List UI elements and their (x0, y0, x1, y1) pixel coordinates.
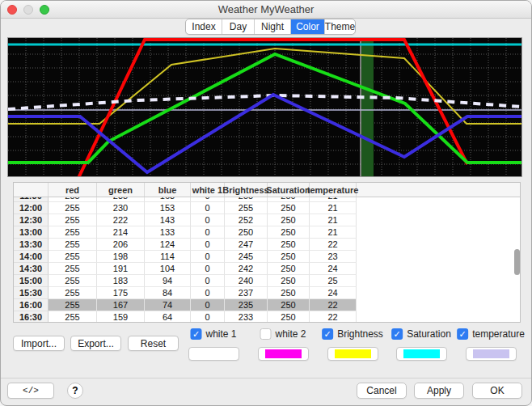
table-row[interactable]: 12:30255222143025225021 (14, 214, 357, 226)
table-cell: 242 (225, 263, 268, 275)
tab-theme[interactable]: Theme (325, 19, 355, 34)
temperature-checkbox[interactable]: ✓ (457, 328, 468, 340)
column-header-red[interactable]: red (49, 183, 97, 197)
tab-day[interactable]: Day (222, 19, 255, 34)
apply-button[interactable]: Apply (414, 383, 464, 399)
table-row[interactable]: 13:00255214133025025021 (14, 226, 357, 239)
table-cell: 0 (191, 311, 225, 323)
tab-index[interactable]: Index (186, 19, 222, 34)
table-cell: 0 (191, 287, 225, 299)
table-row[interactable]: 16:0025516774023525022 (14, 299, 357, 311)
row-value: 255 (65, 276, 79, 285)
white-2-color-swatch[interactable] (258, 347, 309, 361)
saturation-color-fill (403, 349, 440, 358)
table-cell: 22 (310, 239, 357, 251)
row-value: 21 (327, 197, 337, 201)
table-cell: 84 (145, 287, 191, 299)
column-header-white-1[interactable]: white 1 (191, 183, 225, 197)
row-value: 250 (281, 300, 295, 310)
help-button[interactable]: ? (67, 383, 83, 399)
import-button[interactable]: Import... (13, 336, 65, 351)
table-cell: 13:00 (14, 226, 49, 239)
table-cell: 13:30 (14, 239, 49, 251)
row-value: 250 (239, 227, 253, 237)
brightness-checkbox[interactable]: ✓ (322, 328, 333, 340)
row-value: 255 (65, 252, 79, 261)
table-cell: 191 (97, 263, 145, 275)
table-cell: 198 (97, 251, 145, 263)
row-value: 235 (239, 300, 253, 310)
ok-button[interactable]: OK (472, 383, 522, 399)
white-2-checkbox[interactable] (260, 328, 271, 340)
row-value: 0 (205, 288, 209, 298)
row-value: 247 (239, 239, 253, 249)
row-value: 255 (65, 300, 79, 310)
temperature-color-swatch[interactable] (466, 347, 517, 361)
row-value: 250 (281, 312, 295, 322)
white-2-label: white 2 (275, 328, 306, 340)
row-value: 240 (239, 276, 253, 285)
reset-button[interactable]: Reset (128, 336, 179, 351)
column-header-brightness[interactable]: Brightness (225, 183, 268, 197)
current-time-band (361, 38, 374, 176)
table-row[interactable]: 15:0025518394024025025 (14, 275, 357, 287)
tab-night[interactable]: Night (255, 19, 291, 34)
table-cell: 0 (191, 214, 225, 226)
color-curves-chart[interactable] (7, 37, 522, 177)
white-1-color-swatch[interactable] (188, 347, 239, 361)
window-title: Weather MyWeather (1, 3, 531, 15)
row-value: 0 (205, 264, 209, 273)
table-row[interactable]: 13:30255206124024725022 (14, 239, 357, 251)
table-cell: 25 (310, 275, 357, 287)
table-row[interactable]: 14:00255198114024525023 (14, 251, 357, 263)
tab-bar: IndexDayNightColorTheme (185, 19, 356, 35)
table-row[interactable]: 16:3025515964023325022 (14, 311, 357, 323)
row-value: 0 (205, 300, 209, 310)
table-cell: 250 (268, 263, 310, 275)
column-header-time[interactable] (14, 183, 49, 197)
row-time: 12:30 (19, 215, 42, 225)
table-cell: 235 (225, 299, 268, 311)
row-value: 250 (281, 264, 295, 273)
source-code-button[interactable]: </> (7, 383, 54, 399)
table-cell: 250 (268, 202, 310, 214)
table-cell: 22 (310, 299, 357, 311)
table-cell: 250 (268, 311, 310, 323)
row-value: 245 (239, 252, 253, 261)
table-cell: 22 (310, 311, 357, 323)
export-button[interactable]: Export... (70, 336, 121, 351)
column-header-blue[interactable]: blue (145, 183, 191, 197)
row-value: 22 (327, 239, 337, 249)
cancel-button[interactable]: Cancel (357, 383, 407, 399)
table-row[interactable]: 12:00255230153025525021 (14, 202, 357, 214)
row-time: 16:30 (19, 312, 42, 322)
column-header-saturation[interactable]: Saturation (268, 183, 310, 197)
table-cell: 255 (49, 226, 97, 239)
row-time: 13:00 (19, 227, 42, 237)
table-cell: 255 (49, 275, 97, 287)
brightness-color-swatch[interactable] (327, 347, 378, 361)
row-value: 167 (113, 300, 128, 310)
tab-color[interactable]: Color (291, 19, 325, 34)
table-cell: 0 (191, 299, 225, 311)
table-scrollbar-thumb[interactable] (514, 249, 520, 275)
column-header-green[interactable]: green (97, 183, 145, 197)
row-value: 159 (113, 312, 128, 322)
column-header-temperature[interactable]: temperature (310, 183, 357, 197)
row-value: 21 (327, 215, 337, 225)
white-1-checkbox[interactable]: ✓ (190, 328, 201, 340)
saturation-color-swatch[interactable] (396, 347, 447, 361)
row-value: 22 (327, 312, 337, 322)
table-cell: 12:00 (14, 202, 49, 214)
table-cell: 15:00 (14, 275, 49, 287)
row-value: 114 (160, 252, 175, 261)
footer-divider (1, 378, 531, 379)
saturation-checkbox[interactable]: ✓ (391, 328, 403, 340)
row-value: 133 (160, 227, 175, 237)
row-value: 124 (160, 239, 175, 249)
table-row[interactable]: 15:3025517584023725024 (14, 287, 357, 299)
brightness-label: Brightness (337, 328, 383, 340)
row-value: 0 (205, 227, 209, 237)
table-row[interactable]: 14:30255191104024225024 (14, 263, 357, 275)
row-value: 0 (205, 312, 209, 322)
